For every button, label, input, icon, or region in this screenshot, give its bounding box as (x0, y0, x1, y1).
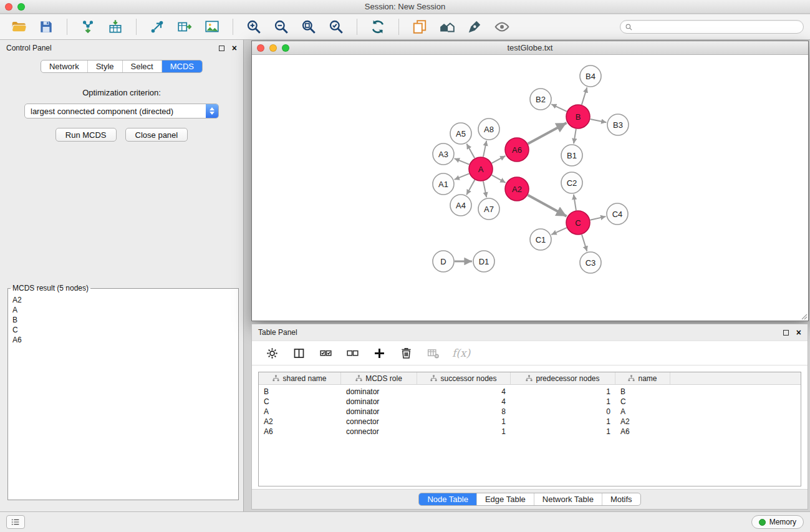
table-cell[interactable]: 8 (417, 407, 511, 416)
tab-edge-table[interactable]: Edge Table (476, 493, 534, 505)
mcds-result-item[interactable]: A2 (8, 295, 238, 305)
node-D[interactable]: D (433, 251, 454, 272)
annotation-pen-button[interactable] (462, 17, 487, 37)
tab-network-table[interactable]: Network Table (534, 493, 602, 505)
delete-column-button[interactable] (398, 346, 413, 360)
zoom-out-button[interactable] (269, 17, 294, 37)
table-cell[interactable]: connector (341, 417, 417, 426)
table-cell[interactable]: A6 (259, 427, 341, 436)
node-B2[interactable]: B2 (530, 89, 551, 110)
edge-A2-C[interactable] (528, 195, 567, 216)
table-cell[interactable]: A (615, 407, 670, 416)
import-table-button[interactable] (103, 17, 128, 37)
tab-select[interactable]: Select (122, 60, 162, 72)
tab-network[interactable]: Network (41, 60, 87, 72)
float-panel-icon[interactable] (219, 46, 224, 51)
node-C1[interactable]: C1 (530, 229, 551, 250)
tab-mcds[interactable]: MCDS (162, 60, 202, 72)
table-cell[interactable]: 1 (511, 387, 615, 396)
edge-C-C3[interactable] (582, 235, 587, 251)
table-cell[interactable]: B (615, 387, 670, 396)
edge-A-A4[interactable] (466, 180, 475, 195)
table-cell[interactable]: B (259, 387, 341, 396)
table-float-panel-icon[interactable] (783, 330, 789, 336)
export-table-button[interactable] (172, 17, 197, 37)
table-cell[interactable]: dominator (341, 387, 417, 396)
copy-network-button[interactable] (407, 17, 432, 37)
close-panel-button[interactable]: Close panel (125, 128, 188, 142)
table-row[interactable]: A6connector11A6 (259, 427, 801, 437)
apply-layout-button[interactable] (365, 17, 390, 37)
run-mcds-button[interactable]: Run MCDS (55, 128, 117, 142)
open-session-button[interactable] (6, 17, 31, 37)
table-row[interactable]: A2connector11A2 (259, 417, 801, 427)
home-view-button[interactable] (435, 17, 460, 37)
table-cell[interactable]: 1 (511, 417, 615, 426)
delete-table-button[interactable] (425, 346, 440, 360)
node-A1[interactable]: A1 (433, 173, 454, 195)
node-A6[interactable]: A6 (505, 138, 529, 162)
table-row[interactable]: Bdominator41B (259, 387, 801, 397)
edge-A-A8[interactable] (483, 141, 486, 157)
network-canvas[interactable]: B4B2BB3A8A5A6A3B1AC2A1A2A4A7C4CC1DD1C3 (252, 55, 808, 321)
edge-C-C1[interactable] (551, 228, 566, 235)
table-cell[interactable]: 0 (511, 407, 615, 416)
table-cell[interactable]: A (259, 407, 341, 416)
column-header[interactable]: predecessor nodes (511, 372, 615, 384)
table-row[interactable]: Cdominator41C (259, 397, 801, 407)
node-A[interactable]: A (469, 157, 493, 181)
show-details-button[interactable] (489, 17, 514, 37)
close-panel-icon[interactable]: × (232, 44, 237, 52)
criterion-dropdown[interactable]: largest connected component (directed) (24, 104, 219, 118)
table-cell[interactable]: 1 (417, 417, 511, 426)
zoom-selected-button[interactable] (324, 17, 349, 37)
table-cell[interactable]: A6 (615, 427, 670, 436)
edge-A-A7[interactable] (483, 181, 486, 198)
zoom-fit-button[interactable] (296, 17, 321, 37)
search-input[interactable] (635, 22, 799, 31)
export-image-button[interactable] (200, 17, 224, 37)
node-C4[interactable]: C4 (607, 203, 628, 225)
edge-B-B4[interactable] (582, 87, 587, 105)
table-settings-button[interactable] (264, 346, 279, 360)
memory-button[interactable]: Memory (751, 515, 804, 529)
table-cell[interactable]: C (259, 397, 341, 406)
tab-style[interactable]: Style (87, 60, 122, 72)
zoom-in-button[interactable] (241, 17, 266, 37)
column-header[interactable]: MCDS role (341, 372, 417, 384)
tab-motifs[interactable]: Motifs (602, 493, 640, 505)
node-B4[interactable]: B4 (580, 65, 601, 87)
table-cell[interactable]: 1 (511, 427, 615, 436)
table-cell[interactable]: C (615, 397, 670, 406)
mcds-result-item[interactable]: C (8, 325, 238, 335)
add-column-button[interactable] (372, 346, 387, 360)
mcds-result-item[interactable]: A (8, 305, 238, 315)
node-B1[interactable]: B1 (561, 145, 582, 166)
tab-node-table[interactable]: Node Table (419, 493, 476, 505)
save-session-button[interactable] (34, 17, 59, 37)
column-header[interactable]: shared name (259, 372, 341, 384)
node-A5[interactable]: A5 (450, 123, 471, 144)
table-cell[interactable]: 4 (417, 397, 511, 406)
node-B3[interactable]: B3 (607, 114, 629, 135)
node-A8[interactable]: A8 (478, 118, 499, 140)
column-header[interactable]: successor nodes (417, 372, 511, 384)
table-cell[interactable]: A2 (615, 417, 670, 426)
table-cell[interactable]: A2 (259, 417, 341, 426)
import-network-button[interactable] (75, 17, 100, 37)
export-network-button[interactable] (145, 17, 170, 37)
select-all-button[interactable] (318, 346, 333, 360)
table-cell[interactable]: dominator (341, 407, 417, 416)
table-cell[interactable]: dominator (341, 397, 417, 406)
table-row[interactable]: Adominator80A (259, 407, 801, 417)
edge-A-A5[interactable] (466, 144, 475, 158)
table-close-panel-icon[interactable]: × (796, 328, 801, 337)
node-B[interactable]: B (566, 105, 590, 128)
node-table[interactable]: shared nameMCDS rolesuccessor nodesprede… (258, 372, 801, 486)
network-canvas-area[interactable]: B4B2BB3A8A5A6A3B1AC2A1A2A4A7C4CC1DD1C3 (252, 55, 808, 321)
resize-grip[interactable] (800, 312, 808, 320)
edge-B-B3[interactable] (591, 119, 607, 122)
edge-C-C4[interactable] (591, 216, 606, 220)
mcds-result-item[interactable]: A6 (8, 335, 238, 345)
network-window-titlebar[interactable]: testGlobe.txt (252, 41, 808, 55)
